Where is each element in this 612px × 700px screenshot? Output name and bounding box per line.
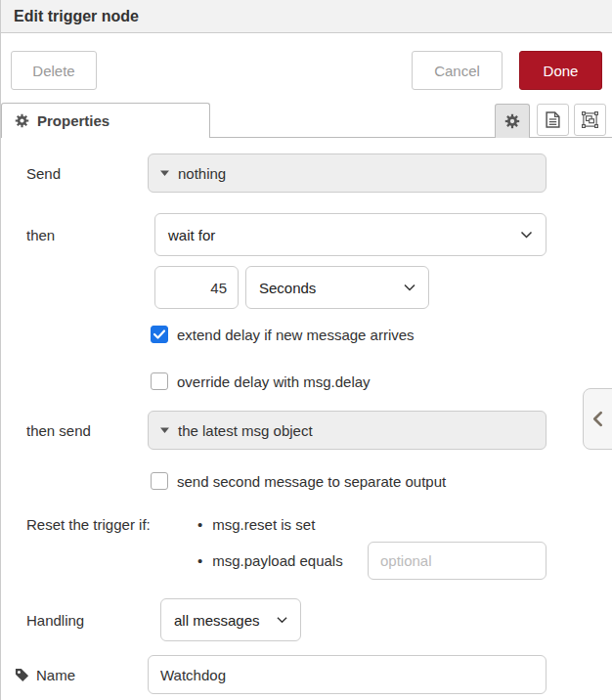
tab-properties[interactable]: Properties [1,103,210,138]
caret-down-icon [160,170,169,176]
override-delay-label: override delay with msg.delay [177,373,371,390]
send-label: Send [26,153,61,193]
done-button[interactable]: Done [519,51,602,90]
duration-unit-value: Seconds [259,280,316,296]
handling-select-value: all messages [174,612,260,629]
collapse-panel-button[interactable] [583,388,612,450]
reset-condition-2: • msg.payload equals [197,542,343,580]
handling-select[interactable]: all messages [160,598,301,641]
dialog-title: Edit trigger node [14,8,139,25]
override-delay-checkbox[interactable] [151,372,168,390]
appearance-tab-button[interactable] [574,104,606,136]
duration-input[interactable] [154,266,239,309]
reset-condition-1: • msg.reset is set [197,514,315,534]
extend-delay-checkbox[interactable] [151,326,168,343]
reset-condition-1-text: msg.reset is set [212,516,315,533]
chevron-down-icon [404,284,415,291]
gear-icon [504,113,520,129]
cancel-button[interactable]: Cancel [412,51,503,90]
done-button-label: Done [544,63,579,79]
bullet-icon: • [197,552,202,569]
delete-button[interactable]: Delete [11,51,97,90]
gear-icon [15,113,29,128]
name-label: Name [15,655,75,694]
then-send-label: then send [26,411,91,450]
bullet-icon: • [197,516,202,533]
chevron-left-icon [592,411,603,427]
caret-down-icon [160,427,169,433]
delete-button-label: Delete [32,63,74,79]
second-output-checkbox[interactable] [151,472,168,490]
second-output-checkbox-row[interactable]: send second message to separate output [151,472,446,490]
then-select[interactable]: wait for [154,213,546,256]
override-delay-checkbox-row[interactable]: override delay with msg.delay [151,372,371,390]
edit-trigger-node-dialog: Edit trigger node Delete Cancel Done Pro… [0,0,612,700]
document-icon [546,111,560,128]
then-select-value: wait for [168,227,215,243]
then-send-value: the latest msg object [178,422,313,439]
object-group-icon [582,111,598,128]
then-send-typed-input[interactable]: the latest msg object [148,411,546,450]
tag-icon [15,668,29,682]
name-input[interactable] [148,655,546,694]
reset-payload-input[interactable] [368,542,546,580]
description-tab-button[interactable] [537,104,569,136]
extend-delay-label: extend delay if new message arrives [177,327,415,343]
chevron-down-icon [520,231,533,239]
extend-delay-checkbox-row[interactable]: extend delay if new message arrives [151,326,415,343]
second-output-label: send second message to separate output [177,473,446,490]
send-value: nothing [178,165,226,182]
chevron-down-icon [277,616,287,624]
checkmark-icon [153,329,165,339]
then-label: then [26,213,55,256]
dialog-header: Edit trigger node [1,0,612,33]
send-typed-input[interactable]: nothing [148,153,546,193]
cancel-button-label: Cancel [434,63,480,79]
handling-label: Handling [26,598,84,641]
duration-unit-select[interactable]: Seconds [245,266,429,309]
reset-trigger-label: Reset the trigger if: [26,514,151,534]
reset-condition-2-text: msg.payload equals [212,552,342,569]
tab-properties-label: Properties [37,112,109,129]
properties-tab-button[interactable] [495,104,530,138]
